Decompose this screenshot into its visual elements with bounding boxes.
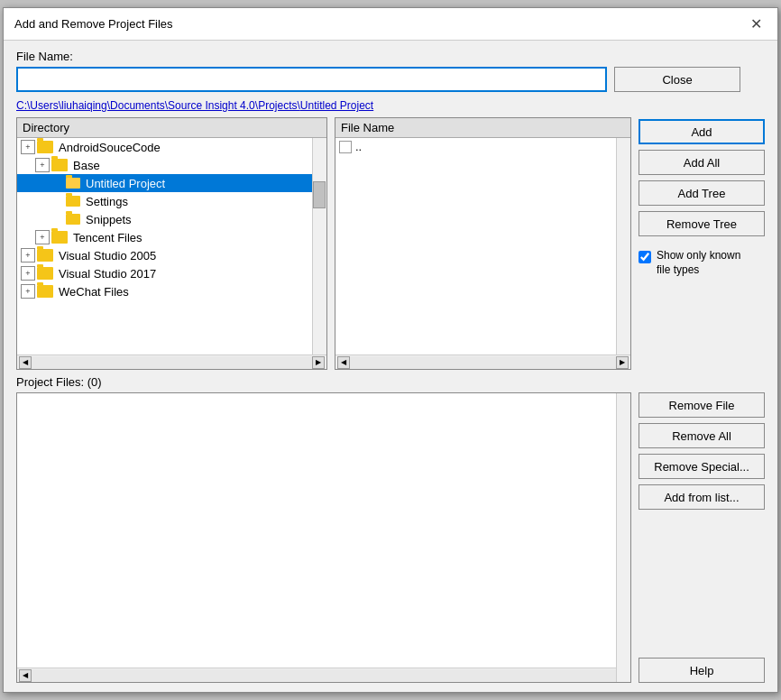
close-x-button[interactable]: ✕: [745, 14, 767, 35]
filename-panel: File Name .. ◀ ▶: [335, 117, 631, 370]
dir-hscroll-left[interactable]: ◀: [19, 356, 32, 369]
expand-icon-untitled: [50, 176, 64, 190]
tree-label-tencent: Tencent Files: [73, 231, 142, 244]
path-link: Untitled Project: [300, 99, 373, 112]
directory-panel: Directory + AndroidSouceCode +: [16, 117, 327, 370]
close-button[interactable]: Close: [614, 67, 740, 92]
remove-tree-button[interactable]: Remove Tree: [639, 211, 765, 236]
tree-item-vs2005[interactable]: + Visual Studio 2005: [17, 246, 326, 264]
help-button[interactable]: Help: [639, 658, 765, 683]
directory-panel-header: Directory: [17, 118, 326, 138]
file-hscroll-left[interactable]: ◀: [337, 356, 350, 369]
tree-item-vs2017[interactable]: + Visual Studio 2017: [17, 264, 326, 282]
expand-icon-tencent: +: [35, 230, 50, 244]
add-from-list-button[interactable]: Add from list...: [639, 484, 765, 510]
pf-hscroll-left[interactable]: ◀: [19, 669, 32, 682]
file-hscroll-track: [350, 356, 616, 369]
pf-hscrollbar[interactable]: ◀ ▶: [17, 668, 630, 682]
dir-hscrollbar[interactable]: ◀ ▶: [17, 355, 326, 369]
middle-section: Directory + AndroidSouceCode +: [16, 117, 765, 370]
tree-item-wechat[interactable]: + WeChat Files: [17, 282, 326, 300]
top-side-buttons: Add Add All Add Tree Remove Tree Show on…: [639, 117, 765, 370]
tree-label-wechat: WeChat Files: [59, 285, 129, 299]
add-all-button[interactable]: Add All: [639, 150, 765, 175]
pf-hscroll-track: [32, 669, 616, 682]
file-scrollbar[interactable]: [616, 138, 630, 355]
project-files-label: Project Files: (0): [16, 375, 765, 389]
dir-scrollbar[interactable]: [312, 138, 326, 355]
folder-icon-tencent: [51, 231, 68, 244]
tree-item-android[interactable]: + AndroidSouceCode: [17, 138, 326, 156]
filename-panel-header: File Name: [335, 118, 630, 138]
file-name-section: File Name: Close: [16, 50, 765, 92]
tree-label-base: Base: [73, 159, 100, 172]
file-hscroll-right[interactable]: ▶: [616, 356, 629, 369]
folder-icon-wechat: [37, 285, 53, 298]
project-files-section: Project Files: (0) ◀ ▶: [16, 375, 765, 683]
tree-label-vs2017: Visual Studio 2017: [59, 267, 156, 281]
folder-icon-vs2005: [37, 249, 53, 262]
directory-panel-content[interactable]: + AndroidSouceCode + Base: [17, 138, 326, 355]
expand-icon-wechat: +: [21, 284, 35, 299]
remove-all-button[interactable]: Remove All: [639, 423, 765, 448]
expand-icon-base: +: [35, 158, 50, 172]
project-files-content[interactable]: [17, 393, 630, 668]
dir-scroll-thumb: [313, 181, 326, 208]
file-hscrollbar[interactable]: ◀ ▶: [335, 355, 630, 369]
file-list: ..: [335, 138, 630, 355]
bottom-side-buttons: Remove File Remove All Remove Special...…: [639, 392, 765, 683]
tree-label-vs2005: Visual Studio 2005: [59, 249, 156, 262]
expand-icon-settings: [50, 194, 64, 208]
expand-icon-vs2017: +: [21, 266, 35, 281]
remove-file-button[interactable]: Remove File: [639, 392, 765, 418]
tree-item-base[interactable]: + Base: [17, 156, 326, 174]
pf-scrollbar[interactable]: [616, 393, 630, 682]
dir-hscroll-track: [32, 356, 312, 369]
project-files-panel: ◀ ▶: [16, 392, 631, 683]
known-file-types-checkbox[interactable]: [639, 251, 651, 263]
dialog-title: Add and Remove Project Files: [14, 17, 173, 31]
title-bar: Add and Remove Project Files ✕: [4, 8, 777, 41]
add-button[interactable]: Add: [639, 119, 765, 144]
dialog: Add and Remove Project Files ✕ File Name…: [3, 7, 778, 693]
dialog-body: File Name: Close C:\Users\liuhaiqing\Doc…: [4, 41, 777, 692]
dir-hscroll-right[interactable]: ▶: [312, 356, 325, 369]
known-file-types-row: Show only known file types: [639, 249, 765, 277]
tree-item-untitled[interactable]: Untitled Project: [17, 174, 326, 192]
folder-icon-untitled: [66, 178, 80, 189]
tree-item-settings[interactable]: Settings: [17, 192, 326, 210]
folder-icon-android: [37, 141, 53, 153]
directory-tree: + AndroidSouceCode + Base: [17, 138, 326, 355]
folder-icon-settings: [66, 196, 80, 207]
path-text: C:\Users\liuhaiqing\Documents\Source Ins…: [16, 99, 300, 112]
path-label: C:\Users\liuhaiqing\Documents\Source Ins…: [16, 99, 765, 112]
filename-panel-content[interactable]: ..: [335, 138, 630, 355]
tree-label-android: AndroidSouceCode: [59, 141, 161, 154]
file-name-label: File Name:: [16, 50, 765, 63]
add-tree-button[interactable]: Add Tree: [639, 180, 765, 206]
expand-icon-vs2005: +: [21, 248, 35, 262]
tree-item-tencent[interactable]: + Tencent Files: [17, 228, 326, 246]
folder-icon-base: [51, 159, 68, 171]
expand-icon-android: +: [21, 140, 35, 154]
bottom-panels-row: ◀ ▶ Remove File Remove All Remove Specia…: [16, 392, 765, 683]
tree-label-untitled: Untitled Project: [86, 177, 165, 190]
folder-icon-snippets: [66, 214, 80, 225]
folder-icon-vs2017: [37, 267, 53, 280]
tree-item-snippets[interactable]: Snippets: [17, 210, 326, 228]
file-name-input[interactable]: [16, 67, 607, 92]
known-file-types-label: Show only known file types: [657, 249, 756, 277]
remove-special-button[interactable]: Remove Special...: [639, 454, 765, 479]
expand-icon-snippets: [50, 212, 64, 226]
file-icon-dotdot: [339, 141, 352, 153]
file-label-dotdot: ..: [355, 140, 362, 153]
tree-label-snippets: Snippets: [86, 213, 132, 226]
tree-label-settings: Settings: [86, 195, 128, 208]
list-item-dotdot[interactable]: ..: [335, 138, 630, 155]
